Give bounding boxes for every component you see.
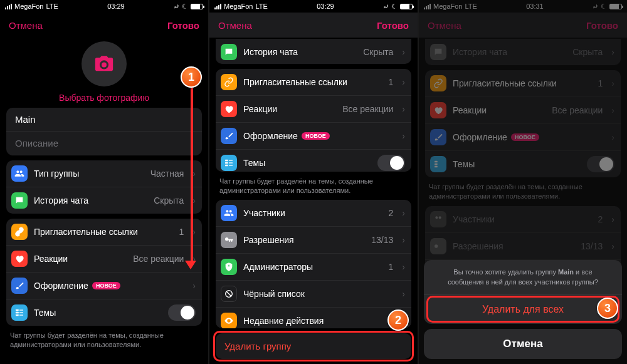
row-value: Скрыта bbox=[154, 195, 184, 205]
status-time: 03:29 bbox=[317, 3, 334, 10]
heart-icon bbox=[221, 101, 237, 117]
row-reactions[interactable]: Реакции Все реакции › bbox=[216, 96, 411, 123]
svg-line-13 bbox=[226, 291, 231, 296]
sheet-main-block: Вы точно хотите удалить группу Main и вс… bbox=[424, 260, 622, 324]
row-permissions[interactable]: Разрешения 13/13 › bbox=[216, 227, 411, 254]
chat-history-icon bbox=[11, 192, 28, 209]
delete-for-all-button[interactable]: Удалить для всех bbox=[424, 294, 622, 324]
dnd-icon bbox=[174, 3, 179, 11]
row-label: Темы bbox=[34, 308, 162, 318]
row-label: История чата bbox=[34, 195, 147, 205]
name-desc-group: Main Описание bbox=[6, 108, 202, 155]
row-appearance[interactable]: Оформление НОВОЕ › bbox=[216, 123, 411, 150]
svg-rect-11 bbox=[229, 165, 233, 165]
signal-icon bbox=[214, 4, 221, 9]
topics-toggle[interactable] bbox=[377, 155, 405, 171]
row-value: Частная bbox=[150, 169, 184, 179]
topics-note: Чат группы будет разделён на темы, созда… bbox=[6, 331, 202, 350]
chevron-right-icon: › bbox=[192, 254, 196, 264]
brush-icon bbox=[221, 128, 237, 144]
group-name-input[interactable]: Main bbox=[6, 108, 202, 132]
row-value: Все реакции bbox=[133, 254, 184, 264]
brush-icon bbox=[11, 278, 28, 294]
topics-icon bbox=[221, 155, 237, 171]
camera-icon bbox=[93, 53, 115, 75]
settings-group: Пригласительные ссылки 1 › Реакции Все р… bbox=[6, 219, 202, 326]
svg-rect-9 bbox=[229, 160, 233, 160]
svg-rect-5 bbox=[19, 315, 23, 315]
row-group-type[interactable]: Тип группы Частная › bbox=[6, 160, 202, 187]
chat-history-icon bbox=[221, 44, 237, 60]
shield-icon bbox=[221, 259, 237, 275]
screen-2: MegaFon LTE 03:29 ☾ Отмена Готово Истори… bbox=[209, 0, 418, 364]
link-icon bbox=[221, 74, 237, 90]
delete-group-button[interactable]: Удалить группу bbox=[216, 333, 411, 359]
status-time: 03:29 bbox=[107, 3, 125, 10]
history-row-partial: История чата Скрыта › bbox=[216, 39, 411, 64]
chevron-right-icon: › bbox=[192, 281, 196, 291]
nav-bar: Отмена Готово bbox=[0, 13, 208, 38]
row-members[interactable]: Участники 2 › bbox=[216, 200, 411, 227]
row-label: Тип группы bbox=[34, 169, 144, 179]
network: LTE bbox=[46, 3, 58, 10]
moon-icon: ☾ bbox=[182, 3, 188, 11]
chevron-right-icon: › bbox=[192, 227, 196, 237]
cancel-button[interactable]: Отмена bbox=[218, 20, 252, 31]
row-invite-links[interactable]: Пригласительные ссылки 1 › bbox=[216, 69, 411, 96]
row-chat-history[interactable]: История чата Скрыта › bbox=[216, 39, 411, 64]
topics-icon bbox=[11, 304, 28, 321]
signal-icon bbox=[5, 4, 12, 9]
status-bar: MegaFon LTE 03:29 ☾ bbox=[0, 0, 208, 13]
settings-group: Пригласительные ссылки 1 › Реакции Все р… bbox=[216, 69, 411, 172]
status-bar: MegaFon LTE 03:29 ☾ bbox=[209, 0, 418, 13]
row-label: Оформление НОВОЕ bbox=[34, 281, 184, 291]
topics-toggle[interactable] bbox=[168, 304, 196, 321]
row-label: Реакции bbox=[34, 254, 127, 264]
svg-rect-4 bbox=[19, 312, 23, 313]
type-history-group: Тип группы Частная › История чата Скрыта… bbox=[6, 160, 202, 214]
done-button[interactable]: Готово bbox=[377, 20, 409, 31]
svg-rect-3 bbox=[19, 309, 23, 310]
screen-3: MegaFon LTE 03:31 ☾ Отмена Готово Истори… bbox=[419, 0, 627, 364]
group-photo-button[interactable] bbox=[82, 41, 127, 86]
group-desc-input[interactable]: Описание bbox=[6, 132, 202, 155]
ban-icon bbox=[221, 286, 237, 302]
management-group: Участники 2 › Разрешения 13/13 › Админис… bbox=[216, 200, 411, 328]
row-reactions[interactable]: Реакции Все реакции › bbox=[6, 246, 202, 273]
new-badge: НОВОЕ bbox=[302, 132, 330, 140]
sheet-cancel-button[interactable]: Отмена bbox=[424, 329, 622, 359]
done-button[interactable]: Готово bbox=[167, 20, 199, 31]
members-icon bbox=[221, 205, 237, 221]
chevron-right-icon: › bbox=[192, 195, 196, 205]
carrier: MegaFon bbox=[14, 3, 43, 10]
topics-note: Чат группы будет разделён на темы, созда… bbox=[216, 177, 411, 195]
eye-icon bbox=[221, 313, 237, 328]
row-invite-links[interactable]: Пригласительные ссылки 1 › bbox=[6, 219, 202, 246]
row-value: 1 bbox=[179, 227, 184, 237]
svg-rect-7 bbox=[225, 162, 228, 164]
new-badge: НОВОЕ bbox=[92, 282, 120, 289]
row-topics[interactable]: Темы bbox=[6, 299, 202, 326]
group-type-icon bbox=[11, 165, 28, 182]
row-appearance[interactable]: Оформление НОВОЕ › bbox=[6, 273, 202, 299]
row-label: Пригласительные ссылки bbox=[34, 227, 173, 237]
cancel-button[interactable]: Отмена bbox=[9, 20, 43, 31]
screen-1: MegaFon LTE 03:29 ☾ Отмена Готово Выбрат… bbox=[0, 0, 208, 364]
battery-icon bbox=[191, 4, 203, 9]
battery-icon bbox=[400, 4, 413, 9]
sheet-message: Вы точно хотите удалить группу Main и вс… bbox=[424, 260, 622, 294]
row-admins[interactable]: Администраторы 1 › bbox=[216, 254, 411, 281]
action-sheet: Вы точно хотите удалить группу Main и вс… bbox=[424, 260, 622, 359]
key-icon bbox=[221, 232, 237, 248]
row-recent-actions[interactable]: Недавние действия › bbox=[216, 308, 411, 328]
link-icon bbox=[11, 224, 28, 240]
row-topics[interactable]: Темы bbox=[216, 150, 411, 172]
svg-rect-6 bbox=[225, 160, 228, 162]
chevron-right-icon: › bbox=[192, 169, 196, 179]
heart-icon bbox=[11, 251, 28, 267]
row-blacklist[interactable]: Чёрный список › bbox=[216, 281, 411, 308]
svg-rect-2 bbox=[16, 315, 19, 316]
row-chat-history[interactable]: История чата Скрыта › bbox=[6, 187, 202, 214]
svg-rect-0 bbox=[16, 309, 19, 311]
choose-photo-button[interactable]: Выбрать фотографию bbox=[59, 93, 149, 103]
